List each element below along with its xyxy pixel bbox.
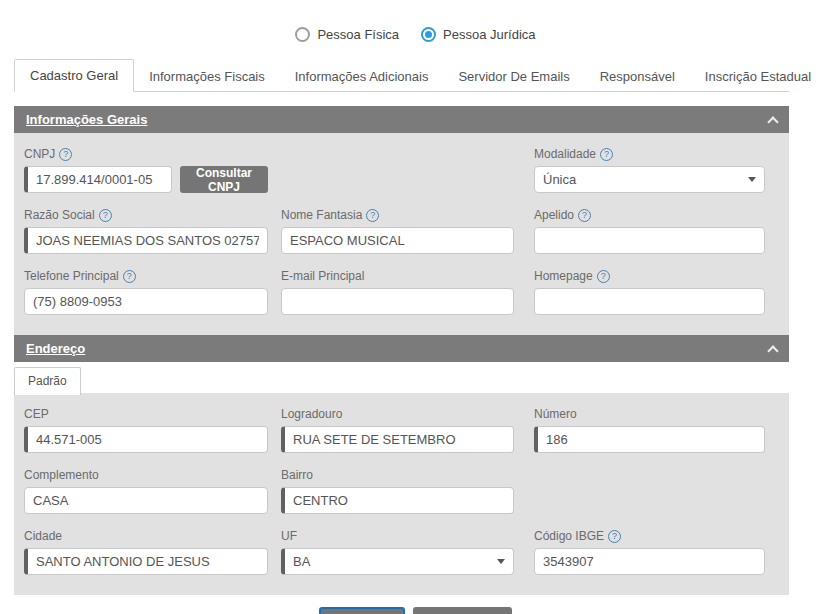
tab-informacoes-fiscais[interactable]: Informações Fiscais	[134, 61, 280, 92]
save-button[interactable]: Salvar	[319, 607, 405, 614]
nome-fantasia-label: Nome Fantasia	[281, 208, 362, 222]
cidade-label: Cidade	[24, 529, 62, 543]
field-bairro: Bairro	[281, 468, 514, 514]
radio-pessoa-juridica[interactable]: Pessoa Jurídica	[421, 27, 536, 42]
apelido-input[interactable]	[534, 227, 765, 254]
field-logradouro: Logradouro	[281, 407, 514, 453]
help-icon[interactable]: ?	[608, 530, 621, 543]
chevron-down-icon	[748, 177, 756, 182]
codigo-ibge-input[interactable]	[534, 548, 765, 575]
person-type-group: Pessoa Física Pessoa Jurídica	[0, 0, 831, 44]
field-homepage: Homepage ?	[534, 269, 765, 315]
field-cep: CEP	[24, 407, 268, 453]
email-principal-input[interactable]	[281, 288, 514, 315]
cep-label: CEP	[24, 407, 49, 421]
help-icon[interactable]: ?	[99, 209, 112, 222]
email-principal-label: E-mail Principal	[281, 269, 364, 283]
subtab-padrao[interactable]: Padrão	[14, 367, 81, 395]
chevron-up-icon[interactable]	[767, 116, 778, 127]
uf-label: UF	[281, 529, 297, 543]
field-apelido: Apelido ?	[534, 208, 765, 254]
cnpj-input[interactable]	[24, 166, 172, 193]
radio-pessoa-juridica-label: Pessoa Jurídica	[443, 27, 536, 42]
main-tabbar: Cadastro Geral Informações Fiscais Infor…	[14, 58, 789, 92]
address-subtab-strip: Padrão	[14, 362, 789, 393]
section-title: Endereço	[26, 341, 85, 356]
homepage-label: Homepage	[534, 269, 593, 283]
field-complemento: Complemento	[24, 468, 268, 514]
modalidade-select[interactable]: Única	[534, 166, 765, 193]
bairro-label: Bairro	[281, 468, 313, 482]
help-icon[interactable]: ?	[600, 148, 613, 161]
radio-pessoa-fisica[interactable]: Pessoa Física	[295, 27, 399, 42]
apelido-label: Apelido	[534, 208, 574, 222]
field-telefone-principal: Telefone Principal ?	[24, 269, 268, 315]
complemento-input[interactable]	[24, 487, 268, 514]
address-panel: CEP Logradouro Número Complemento Bai	[14, 393, 789, 595]
complemento-label: Complemento	[24, 468, 99, 482]
section-header-informacoes-gerais[interactable]: Informações Gerais	[14, 106, 789, 133]
numero-label: Número	[534, 407, 577, 421]
chevron-down-icon	[497, 559, 505, 564]
field-modalidade: Modalidade ? Única	[534, 147, 765, 193]
razao-social-label: Razão Social	[24, 208, 95, 222]
help-icon[interactable]: ?	[578, 209, 591, 222]
help-icon[interactable]: ?	[366, 209, 379, 222]
field-cidade: Cidade	[24, 529, 268, 575]
uf-value: BA	[293, 554, 310, 569]
logradouro-input[interactable]	[281, 426, 514, 453]
chevron-up-icon[interactable]	[767, 345, 778, 356]
bairro-input[interactable]	[281, 487, 514, 514]
cidade-input[interactable]	[24, 548, 268, 575]
nome-fantasia-input[interactable]	[281, 227, 514, 254]
telefone-principal-label: Telefone Principal	[24, 269, 119, 283]
cep-input[interactable]	[24, 426, 268, 453]
field-cnpj: CNPJ ? Consultar CNPJ	[24, 147, 268, 193]
logradouro-label: Logradouro	[281, 407, 342, 421]
tab-responsavel[interactable]: Responsável	[585, 61, 690, 92]
field-nome-fantasia: Nome Fantasia ?	[281, 208, 514, 254]
section-header-endereco[interactable]: Endereço	[14, 335, 789, 362]
tab-inscricao-estadual[interactable]: Inscrição Estadual	[690, 61, 826, 92]
tab-informacoes-adicionais[interactable]: Informações Adicionais	[280, 61, 444, 92]
radio-unchecked-icon[interactable]	[295, 27, 310, 42]
field-email-principal: E-mail Principal	[281, 269, 514, 315]
homepage-input[interactable]	[534, 288, 765, 315]
general-panel: CNPJ ? Consultar CNPJ Modalidade ? Única…	[14, 133, 789, 335]
radio-checked-icon[interactable]	[421, 27, 436, 42]
section-title: Informações Gerais	[26, 112, 147, 127]
help-icon[interactable]: ?	[597, 270, 610, 283]
razao-social-input[interactable]	[24, 227, 268, 254]
numero-input[interactable]	[534, 426, 765, 453]
help-icon[interactable]: ?	[123, 270, 136, 283]
uf-select[interactable]: BA	[281, 548, 514, 575]
consultar-cnpj-button[interactable]: Consultar CNPJ	[180, 166, 268, 193]
form-actions: Salvar Cancelar	[0, 607, 831, 614]
field-numero: Número	[534, 407, 765, 453]
radio-pessoa-fisica-label: Pessoa Física	[317, 27, 399, 42]
field-uf: UF BA	[281, 529, 514, 575]
field-razao-social: Razão Social ?	[24, 208, 268, 254]
help-icon[interactable]: ?	[59, 148, 72, 161]
cancel-button[interactable]: Cancelar	[413, 607, 512, 614]
field-codigo-ibge: Código IBGE ?	[534, 529, 765, 575]
modalidade-value: Única	[543, 172, 576, 187]
tab-cadastro-geral[interactable]: Cadastro Geral	[14, 59, 134, 92]
tab-servidor-de-emails[interactable]: Servidor De Emails	[443, 61, 584, 92]
cnpj-label: CNPJ	[24, 147, 55, 161]
codigo-ibge-label: Código IBGE	[534, 529, 604, 543]
modalidade-label: Modalidade	[534, 147, 596, 161]
telefone-principal-input[interactable]	[24, 288, 268, 315]
